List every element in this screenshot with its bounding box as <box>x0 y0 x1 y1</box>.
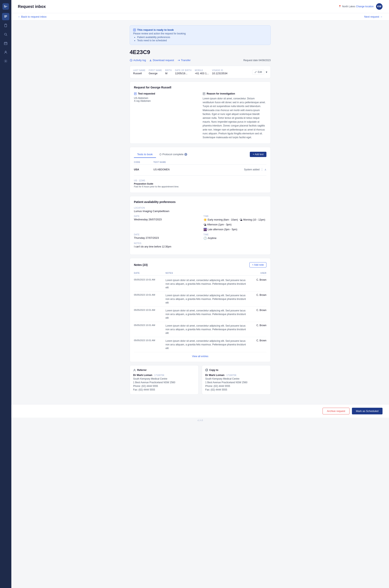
sidebar-item-calendar[interactable] <box>2 40 9 47</box>
afternoon-icon: 🌤 <box>203 223 206 226</box>
notes-title: Notes (23) <box>134 263 148 266</box>
referrer-phone: Phone: (02) 4444 5555 <box>133 385 195 388</box>
tests-to-book-card: Tests to book Protocol complete i <box>130 147 271 193</box>
sidebar-item-settings[interactable] <box>2 57 9 65</box>
location-name: North Lakes <box>342 5 355 8</box>
location-pin-icon: 📍 <box>338 5 341 8</box>
svg-point-14 <box>5 51 6 52</box>
patient-dob-field: Date of birth 12/05/19... <box>175 69 192 75</box>
footer-actions: Archive request Mark as Scheduled <box>11 404 389 418</box>
view-all-entries-link[interactable]: View all entries <box>192 355 208 358</box>
prep-guide-text: Fast for 6 hours prior to the appointmen… <box>134 185 266 188</box>
note-row: 05/05/2023 10:01 AM Lorem ipsum dolor si… <box>134 307 266 322</box>
archive-request-button[interactable]: Archive request <box>323 408 349 414</box>
activity-log-button[interactable]: Activity log <box>130 58 146 62</box>
availability-date2-row: Date Thursday 27/07/2023 Time 🕐 Anytime <box>134 233 266 240</box>
mark-as-scheduled-button[interactable]: Mark as Scheduled <box>352 408 383 414</box>
alert-list-item: Patient availability preferences <box>137 36 267 39</box>
back-to-inbox-link[interactable]: ← Back to request inbox <box>18 15 47 18</box>
note-text: Lorem ipsum dolor sit amet, consectetur … <box>165 339 247 350</box>
edit-patient-button[interactable]: Edit <box>252 70 264 75</box>
referrer-practice: South Kempsey Medical Centre <box>133 377 195 380</box>
test-row-main: USA US ABDOMEN System added ⋮ ∧ <box>134 166 266 173</box>
note-date: 05/05/2023 10:01 AM <box>134 294 162 296</box>
note-user: C. Brown <box>250 309 266 312</box>
alert-subtitle: Please review and action the request for… <box>133 32 267 35</box>
request-date: Request date 04/08/2023 <box>243 59 271 62</box>
test-item-2: X-ray Abdomen <box>134 100 198 102</box>
tab-protocol-complete[interactable]: Protocol complete i <box>156 151 191 158</box>
time-slot-late-afternoon: 🌆 Late afternoon (3pm - 5pm) <box>203 228 237 231</box>
referrer-address: 1 Best Avenue Practiceland NSW 2560 <box>133 381 195 384</box>
availability-date2: Date Thursday 27/07/2023 <box>134 233 197 240</box>
copy-to-practice: South Kempsey Medical Centre <box>205 377 267 380</box>
tests-tabs: Tests to book Protocol complete i <box>134 151 250 157</box>
transfer-button[interactable]: Transfer <box>177 58 191 62</box>
note-row: 05/05/2023 10:01 AM Lorem ipsum dolor si… <box>134 322 266 337</box>
sidebar-item-clipboard[interactable] <box>2 22 9 29</box>
test-action: System added ⋮ ∧ <box>242 168 266 171</box>
test-collapse-button[interactable]: ∧ <box>264 168 266 171</box>
request-id: 4E23C9 <box>130 49 271 56</box>
patient-first-name-field: First name George <box>149 69 162 75</box>
svg-rect-6 <box>5 24 7 27</box>
time-slots-1: ☀️ Early morning (8am - 10am) 🌤 Morning … <box>203 218 266 231</box>
sidebar <box>0 0 11 588</box>
note-date: 05/05/2023 10:01 AM <box>134 309 162 311</box>
tab-tests-to-book[interactable]: Tests to book <box>134 151 156 158</box>
patient-card-collapse-button[interactable]: ▾ <box>266 70 267 74</box>
note-text: Lorem ipsum dolor sit amet, consectetur … <box>165 309 247 320</box>
test-requested-label: Test requested <box>134 92 198 95</box>
copy-to-title: Copy to <box>205 369 267 371</box>
note-date: 05/05/2023 10:01 AM <box>134 279 162 281</box>
patient-fields: Last name Russell First name George Birt… <box>133 69 267 75</box>
request-details-body: Test requested US Abdomen X-ray Abdomen <box>134 92 266 140</box>
svg-rect-10 <box>4 42 7 45</box>
svg-rect-0 <box>4 5 5 6</box>
svg-point-8 <box>4 33 6 35</box>
svg-rect-3 <box>4 15 7 16</box>
location-info: 📍 North Lakes Change location <box>338 5 374 8</box>
add-note-button[interactable]: + Add note <box>249 262 266 268</box>
referrer-name: Dr Mark Loman <box>133 373 152 377</box>
test-options-button[interactable]: ⋮ <box>260 168 263 171</box>
patient-card: Last name Russell First name George Birt… <box>130 66 271 78</box>
referrer-section: Referrer Dr Mark Loman 1716870K South Ke… <box>130 365 271 394</box>
availability-title: Patient availability preferences <box>134 200 266 203</box>
early-morning-icon: ☀️ <box>203 218 207 221</box>
svg-rect-5 <box>4 17 6 17</box>
divider <box>134 175 266 176</box>
patient-visage-id-field: Visage ID 10.12315534 <box>212 69 227 75</box>
availability-notes: Notes I can't do any time before 12:30pm <box>134 242 266 248</box>
referrer-title: Referrer <box>133 369 195 371</box>
copy-to-id: 1716870K <box>226 374 236 376</box>
patient-mobile-field: Mobile +61 403 1... <box>195 69 209 75</box>
change-location-link[interactable]: Change location <box>356 5 374 8</box>
test-row: USA US ABDOMEN System added ⋮ ∧ US · 123… <box>134 166 266 189</box>
availability-card: Patient availability preferences Locatio… <box>130 196 271 255</box>
next-request-link[interactable]: Next request → <box>364 15 383 18</box>
version-label: v1.4.8 <box>11 418 389 423</box>
availability-date1-row: Date Wednesday 26/07/2023 Time ☀️ Early … <box>134 215 266 231</box>
svg-point-19 <box>134 30 134 30</box>
sidebar-item-search[interactable] <box>2 31 9 38</box>
note-row: 05/05/2023 10:01 AM Lorem ipsum dolor si… <box>134 292 266 307</box>
test-item-1: US Abdomen <box>134 97 198 100</box>
reason-column: Reason for investigation Lorem ipsum dol… <box>203 92 266 140</box>
referrer-card: Referrer Dr Mark Loman 1716870K South Ke… <box>130 365 198 394</box>
time-slot-afternoon: 🌤 Afternoon (1pm - 3pm) <box>203 223 231 226</box>
alert-list-item: Tests need to be scheduled <box>137 39 267 42</box>
test-details: US · 12345 Preparation Guide Fast for 6 … <box>134 178 266 189</box>
note-text: Lorem ipsum dolor sit amet, consectetur … <box>165 279 247 289</box>
anytime-icon: 🕐 <box>203 237 207 240</box>
morning-icon: 🌤 <box>239 218 242 221</box>
availability-location: Location Lumus Imaging Campbelltown <box>134 207 266 213</box>
copy-to-address: 1 Best Avenue Practiceland NSW 2560 <box>205 381 267 384</box>
add-test-button[interactable]: + Add test <box>250 152 266 157</box>
copy-to-phone: Phone: (02) 4444 5555 <box>205 385 267 388</box>
test-sub-code: US · 12345 <box>134 179 266 182</box>
sidebar-item-inbox[interactable] <box>2 13 9 20</box>
referrer-id: 1716870K <box>154 374 164 376</box>
download-request-button[interactable]: Download request <box>149 58 174 62</box>
sidebar-item-patients[interactable] <box>2 49 9 56</box>
